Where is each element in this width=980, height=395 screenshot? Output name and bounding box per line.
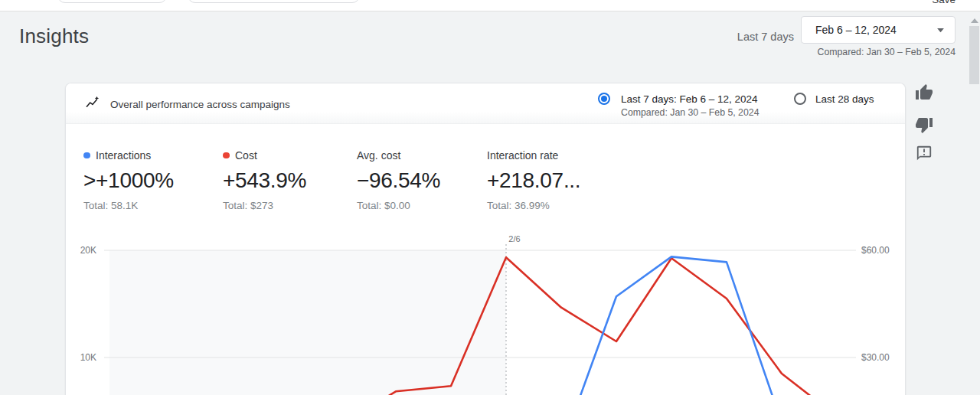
performance-chart-plot[interactable] bbox=[66, 83, 906, 395]
chevron-down-icon bbox=[936, 28, 945, 33]
feedback-icon[interactable] bbox=[916, 145, 933, 162]
top-toolbar: Save bbox=[0, 0, 980, 11]
date-range-value: Feb 6 – 12, 2024 bbox=[815, 24, 897, 36]
toolbar-chip-left[interactable] bbox=[57, 0, 167, 3]
thumbs-up-icon[interactable] bbox=[915, 83, 933, 102]
toolbar-chip-right[interactable] bbox=[188, 0, 360, 3]
page-title: Insights bbox=[19, 24, 89, 48]
compared-date-range: Compared: Jan 30 – Feb 5, 2024 bbox=[801, 47, 956, 57]
scrollbar-up-arrow[interactable] bbox=[971, 18, 978, 23]
date-range-selector[interactable]: Feb 6 – 12, 2024 bbox=[801, 16, 956, 44]
right-axis-tick-60: $60.00 bbox=[861, 245, 890, 256]
left-axis-tick-20k: 20K bbox=[66, 245, 96, 256]
comparison-period-region bbox=[109, 250, 506, 395]
scrollbar-thumb[interactable] bbox=[969, 26, 979, 84]
left-axis-tick-10k: 10K bbox=[66, 352, 96, 363]
period-divider-label: 2/6 bbox=[508, 234, 520, 243]
series-line-interactions bbox=[561, 256, 782, 395]
date-range-preset-label: Last 7 days bbox=[737, 31, 794, 43]
save-button[interactable]: Save bbox=[932, 0, 956, 5]
right-axis-tick-30: $30.00 bbox=[861, 352, 890, 363]
thumbs-down-icon[interactable] bbox=[915, 116, 933, 134]
overall-performance-card: Overall performance across campaigns Las… bbox=[65, 83, 906, 395]
